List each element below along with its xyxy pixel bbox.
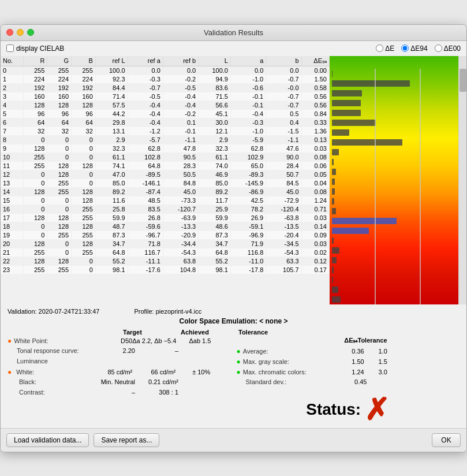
bar-container [330,69,466,79]
cell-2-5: -0.7 [128,83,163,92]
cell-21-2: 0 [47,248,72,256]
cell-0-1: 255 [23,66,47,75]
cell-8-6: -1.1 [163,135,198,144]
bar-container [330,226,466,236]
cell-18-0: 18 [1,222,23,230]
cell-12-0: 12 [1,170,23,178]
cell-14-0: 14 [1,187,23,196]
table-row: 120128047.0-89.550.546.9-89.350.70.05 [1,170,330,178]
validation-profile: Profile: piezoprint-v4.icc [134,308,201,315]
cell-16-6: -120.7 [163,204,198,213]
cell-19-4: 87.3 [95,230,128,239]
table-row: 102550061.1102.890.561.1102.990.00.08 [1,153,330,161]
cell-7-5: -1.2 [128,127,163,135]
cell-11-0: 11 [1,161,23,170]
radio-de94[interactable] [401,44,409,52]
cell-7-6: -0.1 [163,127,198,135]
cielab-checkbox[interactable] [6,44,14,52]
cell-7-9: -1.5 [266,127,301,135]
average-de: 0.36 [335,348,364,355]
cell-0-8: 0.0 [230,66,266,75]
bar-inner [332,178,335,185]
cell-19-2: 255 [47,230,72,239]
table-row: 130255085.0-146.184.885.0-145.984.50.04 [1,178,330,187]
cell-13-5: -146.1 [128,178,163,187]
table-row: 219219219284.4-0.7-0.583.6-0.6-0.00.58 [1,83,330,92]
cell-13-1: 0 [23,178,47,187]
bar-container [330,128,466,137]
table-row: 1712812825559.926.8-63.959.926.9-63.80.0… [1,213,330,222]
radio-de94-item[interactable]: ΔE94 [401,44,427,53]
bar-inner [332,267,334,273]
bar-inner [332,247,339,254]
cell-23-10: 0.17 [301,265,329,274]
bar-inner [332,100,361,106]
scrollbar-thumb[interactable] [459,69,466,92]
cell-8-9: -1.1 [266,135,301,144]
cell-11-10: 0.06 [301,161,329,170]
ok-button[interactable]: OK [432,433,461,447]
cell-2-10: 0.58 [301,83,329,92]
radio-de[interactable] [376,44,383,52]
cell-1-7: 94.9 [199,75,231,83]
cell-2-9: -0.0 [266,83,301,92]
cell-6-5: -0.4 [128,118,163,127]
average-row: ● Average: 0.36 1.0 [237,347,460,356]
maximize-button[interactable] [27,29,34,36]
radio-de00-item[interactable]: ΔE00 [435,44,461,53]
cell-0-5: 0.0 [128,66,163,75]
cielab-checkbox-label[interactable]: display CIELAB [6,44,64,53]
cell-21-6: -54.3 [163,248,198,256]
cell-10-5: 102.8 [128,153,163,161]
max-chroma-tol: 3.0 [364,369,387,375]
scrollbar-track[interactable] [458,56,466,304]
load-validation-button[interactable]: Load validation data... [6,433,89,447]
cell-12-7: 46.9 [199,170,231,178]
cell-6-8: -0.3 [230,118,266,127]
cell-0-3: 255 [72,66,96,75]
cell-17-2: 128 [47,213,72,222]
cell-23-9: 105.7 [266,265,301,274]
cell-19-1: 0 [23,230,47,239]
table-row: 23255255098.1-17.6104.898.1-17.8105.70.1… [1,265,330,274]
cell-2-4: 84.4 [95,83,128,92]
cell-3-2: 160 [47,92,72,101]
bar-inner [332,129,349,136]
table-row: 596969644.2-0.4-0.245.1-0.40.50.84 [1,109,330,118]
cell-16-4: 25.8 [95,204,128,213]
val-col-headers: Target Achieved Tolerance [1,329,466,337]
minimize-button[interactable] [17,29,24,36]
cell-11-3: 128 [72,161,96,170]
cell-22-2: 128 [47,256,72,265]
white-target: 85 cd/m² [89,369,132,375]
bar-container [330,147,466,157]
cell-11-5: 64.8 [128,161,163,170]
right-col-headers: ΔE₉₄ Tolerance [237,337,460,346]
radio-de-item[interactable]: ΔE [376,44,394,53]
cell-19-7: 87.3 [199,230,231,239]
cell-5-6: -0.2 [163,109,198,118]
col-g: G [47,56,72,66]
cell-21-7: 64.8 [199,248,231,256]
cell-0-2: 255 [47,66,72,75]
table-row: 316016016071.4-0.5-0.471.5-0.1-0.70.56 [1,92,330,101]
col-a: a [230,56,266,66]
titlebar: Validation Results [1,25,466,41]
save-report-button[interactable]: Save report as... [94,433,159,447]
luminance-row: Luminance [8,358,231,367]
cell-14-9: 45.0 [266,187,301,196]
contrast-row: Contrast: – 308 : 1 [8,389,231,398]
validation-info-header: Validation: 2020-07-24T21:33:47 Profile:… [1,304,466,315]
radio-de00[interactable] [435,44,442,52]
black-label: Black: [17,378,92,385]
white-achieved: 66 cd/m² [132,369,175,375]
close-button[interactable] [6,29,13,36]
cell-21-0: 21 [1,248,23,256]
cell-1-10: 1.50 [301,75,329,83]
cell-23-2: 255 [47,265,72,274]
col-de94: ΔE₉₄ [301,56,329,66]
tonal-row: Tonal response curve: 2.20 – [8,347,231,356]
cell-14-3: 128 [72,187,96,196]
cell-2-7: 83.6 [199,83,231,92]
cell-18-10: 0.14 [301,222,329,230]
